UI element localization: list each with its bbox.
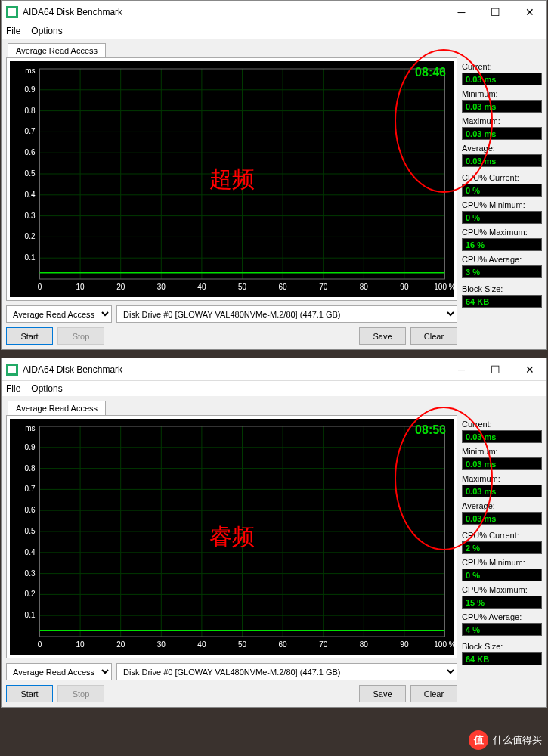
cpu-current-label: CPU% Current: <box>462 173 542 182</box>
block-size-value: 64 KB <box>462 652 542 665</box>
svg-text:0.1: 0.1 <box>25 611 36 619</box>
svg-text:0: 0 <box>38 640 42 649</box>
svg-text:0.1: 0.1 <box>25 253 36 262</box>
menubar: File Options <box>2 381 546 396</box>
svg-text:0.3: 0.3 <box>25 212 36 220</box>
current-value: 0.03 ms <box>462 73 542 85</box>
minimum-label: Minimum: <box>462 447 542 456</box>
save-button[interactable]: Save <box>359 327 406 345</box>
svg-text:0.7: 0.7 <box>25 127 36 135</box>
svg-text:100 %: 100 % <box>434 640 454 649</box>
average-value: 0.03 ms <box>462 512 542 525</box>
close-button[interactable]: ✕ <box>512 358 546 381</box>
svg-text:0.4: 0.4 <box>25 191 36 199</box>
svg-text:0.7: 0.7 <box>25 485 36 493</box>
stats-panel: Current: 0.03 ms Minimum: 0.03 ms Maximu… <box>462 401 542 702</box>
test-type-select[interactable]: Average Read Access <box>6 663 112 680</box>
svg-text:50: 50 <box>238 640 247 649</box>
svg-text:60: 60 <box>279 283 288 291</box>
svg-text:ms: ms <box>25 424 35 432</box>
benchmark-chart: 0.10.20.30.40.50.60.70.80.90102030405060… <box>10 419 454 655</box>
svg-text:100 %: 100 % <box>434 283 454 291</box>
app-window: AIDA64 Disk Benchmark ─ ☐ ✕ File Options… <box>1 358 547 708</box>
svg-text:0.9: 0.9 <box>25 85 36 94</box>
block-size-label: Block Size: <box>462 642 542 651</box>
svg-text:10: 10 <box>76 640 85 649</box>
current-value: 0.03 ms <box>462 430 542 443</box>
maximum-label: Maximum: <box>462 474 542 483</box>
svg-text:40: 40 <box>197 283 206 291</box>
start-button[interactable]: Start <box>6 327 53 345</box>
benchmark-chart: 0.10.20.30.40.50.60.70.80.90102030405060… <box>10 61 454 297</box>
svg-text:0.5: 0.5 <box>25 527 36 535</box>
start-button[interactable]: Start <box>6 685 53 702</box>
minimize-button[interactable]: ─ <box>444 1 478 23</box>
cpu-maximum-label: CPU% Maximum: <box>462 585 542 594</box>
app-icon <box>6 364 18 376</box>
svg-rect-1 <box>8 8 16 16</box>
elapsed-time: 08:46 <box>415 66 446 79</box>
cpu-maximum-value: 16 % <box>462 238 542 251</box>
elapsed-time: 08:56 <box>415 423 446 437</box>
svg-text:0.2: 0.2 <box>25 232 36 240</box>
test-type-select[interactable]: Average Read Access <box>6 305 112 323</box>
minimize-button[interactable]: ─ <box>444 358 478 381</box>
app-window: AIDA64 Disk Benchmark ─ ☐ ✕ File Options… <box>1 0 547 350</box>
svg-text:0.4: 0.4 <box>25 548 36 556</box>
annotation-label: 睿频 <box>209 522 255 553</box>
clear-button[interactable]: Clear <box>410 685 457 702</box>
disk-drive-select[interactable]: Disk Drive #0 [GLOWAY VAL480NVMe-M.2/80]… <box>116 663 457 680</box>
maximum-value: 0.03 ms <box>462 485 542 497</box>
cpu-current-label: CPU% Current: <box>462 531 542 540</box>
maximize-button[interactable]: ☐ <box>478 1 512 23</box>
maximum-label: Maximum: <box>462 116 542 125</box>
clear-button[interactable]: Clear <box>410 327 457 345</box>
cpu-minimum-label: CPU% Minimum: <box>462 200 542 209</box>
cpu-average-label: CPU% Average: <box>462 612 542 621</box>
svg-text:0.9: 0.9 <box>25 443 36 451</box>
current-label: Current: <box>462 62 542 71</box>
svg-text:0.3: 0.3 <box>25 569 36 578</box>
block-size-label: Block Size: <box>462 284 542 293</box>
window-title: AIDA64 Disk Benchmark <box>23 7 444 17</box>
disk-drive-select[interactable]: Disk Drive #0 [GLOWAY VAL480NVMe-M.2/80]… <box>116 305 457 323</box>
svg-text:40: 40 <box>197 640 206 649</box>
svg-text:20: 20 <box>116 283 125 291</box>
svg-text:0: 0 <box>38 283 42 291</box>
menu-options[interactable]: Options <box>31 383 62 394</box>
maximize-button[interactable]: ☐ <box>478 358 512 381</box>
menu-file[interactable]: File <box>6 26 20 36</box>
annotation-label: 超频 <box>209 164 255 195</box>
window-title: AIDA64 Disk Benchmark <box>23 364 444 375</box>
titlebar[interactable]: AIDA64 Disk Benchmark ─ ☐ ✕ <box>2 1 546 23</box>
svg-text:70: 70 <box>319 283 328 291</box>
cpu-current-value: 0 % <box>462 184 542 197</box>
cpu-maximum-value: 15 % <box>462 596 542 609</box>
cpu-minimum-label: CPU% Minimum: <box>462 558 542 567</box>
svg-text:50: 50 <box>238 283 247 291</box>
titlebar[interactable]: AIDA64 Disk Benchmark ─ ☐ ✕ <box>2 358 546 381</box>
close-button[interactable]: ✕ <box>512 1 546 23</box>
app-icon <box>6 6 18 18</box>
cpu-average-label: CPU% Average: <box>462 255 542 264</box>
save-button[interactable]: Save <box>359 685 406 702</box>
tab-average-read-access[interactable]: Average Read Access <box>8 401 106 415</box>
minimum-label: Minimum: <box>462 89 542 98</box>
svg-text:0.5: 0.5 <box>25 169 36 178</box>
menu-file[interactable]: File <box>6 383 20 394</box>
cpu-average-value: 3 % <box>462 265 542 278</box>
maximum-value: 0.03 ms <box>462 127 542 140</box>
svg-text:ms: ms <box>25 67 35 75</box>
svg-text:60: 60 <box>279 640 288 649</box>
menu-options[interactable]: Options <box>31 26 62 36</box>
tab-average-read-access[interactable]: Average Read Access <box>8 43 106 57</box>
cpu-average-value: 4 % <box>462 623 542 636</box>
svg-text:20: 20 <box>116 640 125 649</box>
svg-text:0.6: 0.6 <box>25 148 36 156</box>
cpu-current-value: 2 % <box>462 541 542 554</box>
svg-text:90: 90 <box>400 640 409 649</box>
average-label: Average: <box>462 144 542 153</box>
minimum-value: 0.03 ms <box>462 100 542 113</box>
average-value: 0.03 ms <box>462 154 542 167</box>
svg-text:30: 30 <box>157 640 166 649</box>
